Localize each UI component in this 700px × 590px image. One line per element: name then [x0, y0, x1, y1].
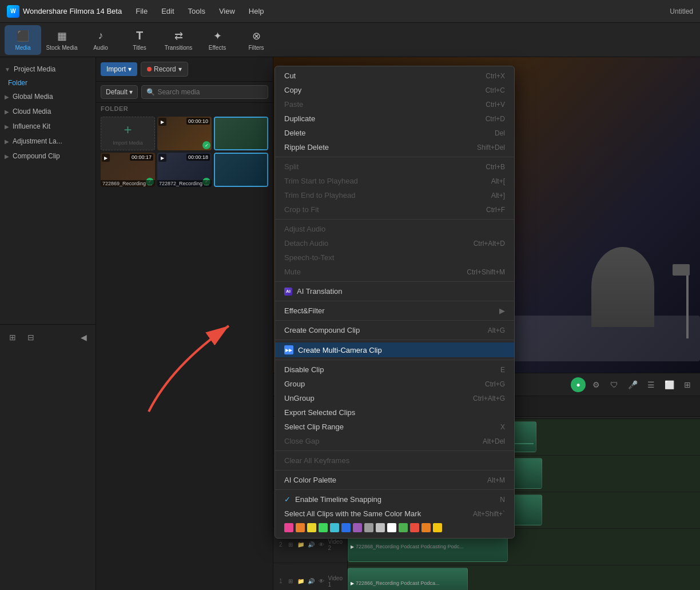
clip3-type-icon: ▶ — [102, 154, 110, 162]
sidebar-item-global-media[interactable]: ▶ Global Media — [0, 89, 96, 104]
ctx-trim-start-label: Trim Start to Playhead — [284, 177, 358, 185]
sidebar-item-cloud-media[interactable]: ▶ Cloud Media — [0, 104, 96, 119]
color-white[interactable] — [387, 523, 396, 532]
track-hide-icon-1[interactable]: 👁 — [317, 577, 326, 586]
color-silver[interactable] — [376, 523, 385, 532]
color-dark-orange[interactable] — [421, 523, 431, 532]
sidebar-bottom-btn1[interactable]: ⊞ — [5, 329, 21, 345]
track-folder-icon-2[interactable]: 📁 — [296, 540, 305, 549]
ctx-duplicate[interactable]: Duplicate Ctrl+D — [275, 111, 514, 126]
toolbar-transitions[interactable]: ⇄ Transitions — [160, 25, 197, 55]
ctx-sep7 — [275, 360, 514, 360]
media-item-clip1[interactable]: 00:00:10 ✓ ▶ — [157, 117, 212, 150]
color-lime[interactable] — [399, 523, 408, 532]
toolbar-stock-media[interactable]: ▦ Stock Media — [43, 25, 80, 55]
camera-stand1 — [686, 270, 689, 338]
sidebar-item-influence-kit[interactable]: ▶ Influence Kit — [0, 119, 96, 134]
subtitle-btn[interactable]: ☰ — [643, 377, 659, 393]
sidebar-item-project-media[interactable]: ▼ Project Media — [0, 62, 96, 77]
ctx-create-compound[interactable]: Create Compound Clip Alt+G — [275, 323, 514, 337]
color-gray[interactable] — [364, 523, 373, 532]
toolbar-titles[interactable]: T Titles — [121, 25, 158, 55]
ctx-duplicate-shortcut: Ctrl+D — [486, 115, 505, 123]
color-pink[interactable] — [284, 523, 293, 532]
track-hide-icon-2[interactable]: 👁 — [317, 540, 326, 549]
sidebar-item-compound-clip[interactable]: ▶ Compound Clip — [0, 149, 96, 164]
ctx-enable-snapping[interactable]: ✓ Enable Timeline Snapping N — [275, 492, 514, 507]
ctx-ai-translation-left: AI AI Translation — [284, 287, 343, 296]
ctx-export-selected[interactable]: Export Selected Clips — [275, 405, 514, 420]
record-button[interactable]: Record ▾ — [141, 62, 188, 77]
playback-btn[interactable]: ● — [571, 377, 586, 392]
sidebar-bottom-btn2[interactable]: ⊟ — [23, 329, 39, 345]
menu-file[interactable]: File — [133, 6, 150, 17]
toolbar-effects[interactable]: ✦ Effects — [199, 25, 236, 55]
track-add-icon-2[interactable]: ⊞ — [286, 540, 295, 549]
settings-btn[interactable]: ⚙ — [588, 377, 604, 393]
search-box[interactable]: 🔍 — [141, 85, 268, 99]
ctx-trim-end-label: Trim End to Playhead — [284, 191, 356, 200]
sidebar-item-adjustment[interactable]: ▶ Adjustment La... — [0, 134, 96, 149]
color-cyan[interactable] — [330, 523, 339, 532]
sidebar-folder-active[interactable]: Folder — [0, 77, 96, 89]
toolbar-audio[interactable]: ♪ Audio — [82, 25, 119, 55]
media-item-clip2-partial[interactable] — [214, 117, 268, 150]
color-gold[interactable] — [433, 523, 442, 532]
track-mute-icon-1[interactable]: 🔊 — [307, 577, 316, 586]
ctx-cut[interactable]: Cut Ctrl+X — [275, 69, 514, 83]
top-menu: File Edit Tools View Help — [133, 6, 266, 17]
import-button[interactable]: Import ▾ — [101, 62, 137, 76]
chevron-icon-2: ▶ — [5, 109, 9, 115]
ctx-clear-keyframes: Clear All Keyframes — [275, 453, 514, 468]
ctx-copy[interactable]: Copy Ctrl+C — [275, 83, 514, 97]
color-green[interactable] — [319, 523, 328, 532]
default-select[interactable]: Default ▾ — [101, 85, 138, 99]
media-item-clip5[interactable] — [214, 153, 268, 186]
track-add-icon-1[interactable]: ⊞ — [286, 577, 295, 586]
ctx-select-range[interactable]: Select Clip Range X — [275, 420, 514, 434]
clip-v1[interactable]: ▶ 722866_Recording Podcast Podca... — [348, 568, 468, 590]
track-folder-icon-1[interactable]: 📁 — [296, 577, 305, 586]
color-purple[interactable] — [353, 523, 362, 532]
search-input[interactable] — [157, 88, 263, 96]
ctx-ai-translation[interactable]: AI AI Translation — [275, 284, 514, 298]
color-yellow[interactable] — [307, 523, 316, 532]
ctx-detach-audio-label: Detach Audio — [284, 239, 328, 248]
ctx-adjust-audio-label: Adjust Audio — [284, 225, 325, 233]
ctx-ungroup[interactable]: UnGroup Ctrl+Alt+G — [275, 391, 514, 405]
toolbar-media[interactable]: ⬛ Media — [5, 25, 41, 55]
import-media-tile[interactable]: + Import Media — [101, 117, 155, 150]
mic-btn[interactable]: 🎤 — [625, 377, 641, 393]
shield-btn[interactable]: 🛡 — [606, 377, 622, 393]
track-num-2: 2 — [278, 541, 284, 548]
toolbar-filters[interactable]: ⊗ Filters — [238, 25, 275, 55]
media-item-clip4[interactable]: 00:00:18 ✓ ▶ 722872_Recording Po... — [157, 153, 212, 186]
ctx-effect-filter[interactable]: Effect&Filter ▶ — [275, 304, 514, 318]
screen-rec-btn[interactable]: ⬜ — [661, 377, 677, 393]
track-mute-icon-2[interactable]: 🔊 — [307, 540, 316, 549]
more-btn[interactable]: ⊞ — [679, 377, 695, 393]
menu-edit[interactable]: Edit — [159, 6, 176, 17]
ctx-ripple-delete[interactable]: Ripple Delete Shift+Del — [275, 140, 514, 154]
ctx-ai-color-palette-label: AI Color Palette — [284, 476, 336, 484]
ctx-disable-clip[interactable]: Disable Clip E — [275, 362, 514, 377]
ctx-enable-snapping-label: Enable Timeline Snapping — [295, 495, 381, 504]
color-orange[interactable] — [296, 523, 305, 532]
ctx-select-same-color-shortcut: Alt+Shift+` — [473, 510, 505, 518]
menu-help[interactable]: Help — [246, 6, 267, 17]
ctx-delete[interactable]: Delete Del — [275, 126, 514, 140]
ctx-trim-start-shortcut: Alt+[ — [491, 177, 505, 185]
media-item-clip3[interactable]: 00:00:17 ✓ ▶ 722869_Recording Po... — [101, 153, 155, 186]
ctx-ai-color-palette[interactable]: AI Color Palette Alt+M — [275, 473, 514, 487]
sidebar-collapse-btn[interactable]: ◀ — [75, 329, 92, 345]
menu-tools[interactable]: Tools — [186, 6, 208, 17]
ctx-group[interactable]: Group Ctrl+G — [275, 377, 514, 391]
clip3-duration: 00:00:17 — [130, 154, 153, 161]
color-red[interactable] — [410, 523, 419, 532]
ctx-create-multicam[interactable]: ▶▶ Create Multi-Camera Clip — [275, 342, 514, 357]
menu-view[interactable]: View — [217, 6, 237, 17]
ctx-sep4 — [275, 301, 514, 301]
ctx-select-same-color[interactable]: Select All Clips with the Same Color Mar… — [275, 507, 514, 521]
color-blue[interactable] — [341, 523, 351, 532]
transitions-icon: ⇄ — [172, 29, 185, 43]
